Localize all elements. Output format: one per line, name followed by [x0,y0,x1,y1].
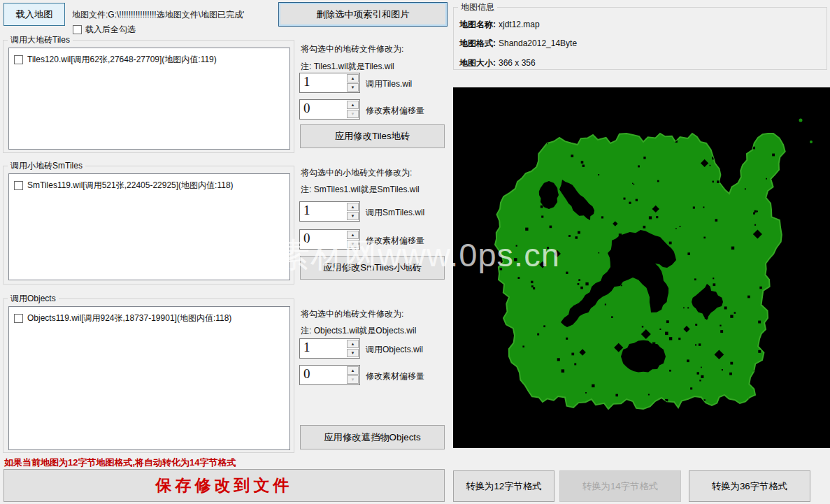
smtiles-call-label: 调用SmTiles.wil [366,207,424,219]
checkbox-unchecked-icon[interactable] [14,55,23,64]
tiles-note: 注: Tiles1.wil就是Tiles.wil [301,61,394,73]
objects-group-title: 调用Objects [8,293,59,305]
objects-offset-input[interactable]: 0 [300,366,346,384]
map-name-row: 地图名称:xjdt12.map [459,19,540,31]
objects-list-item-label: Objects119.wil[调用924张,18737-19901](地图内值:… [27,312,231,324]
map-name-value: xjdt12.map [499,20,540,29]
spin-down-icon[interactable]: ▼ [347,240,359,248]
tiles-offset-input[interactable]: 0 [300,100,346,119]
save-to-file-button[interactable]: 保存修改到文件 [3,469,445,502]
smtiles-call-input[interactable]: 1 [300,202,346,221]
spin-down-icon[interactable]: ▼ [347,212,359,220]
tiles-list-item[interactable]: Tiles120.wil[调用62张,27648-27709](地图内值:119… [9,48,289,66]
smtiles-group-title: 调用小地砖SmTiles [8,160,85,172]
check-all-label: 载入后全勾选 [85,24,136,36]
tiles-groupbox: 调用大地砖Tiles Tiles120.wil[调用62张,27648-2770… [3,40,294,153]
map-file-path-label: 地图文件:G:\!!!!!!!!!!!!!!!!选地图文件\地图已完成' [72,9,278,21]
map-name-label: 地图名称: [459,20,496,29]
format-warning-text: 如果当前地图为12字节地图格式,将自动转化为14字节格式 [4,456,236,469]
checkbox-unchecked-icon[interactable] [14,181,23,190]
checkbox-unchecked-icon[interactable] [73,25,82,34]
objects-modify-header: 将勾选中的地砖文件修改为: [301,308,403,320]
objects-offset-label: 修改素材偏移量 [366,370,424,382]
tiles-call-label: 调用Tiles.wil [366,78,412,90]
smtiles-note: 注: SmTiles1.wil就是SmTiles.wil [301,184,420,196]
tiles-offset-spinner[interactable]: 0 ▲ ▼ [299,99,360,120]
smtiles-call-spinner[interactable]: 1 ▲ ▼ [299,201,360,222]
objects-call-label: 调用Objects.wil [366,344,423,356]
map-size-value: 366 x 356 [499,58,536,68]
objects-offset-spinner[interactable]: 0 ▲ ▼ [299,365,360,385]
spin-down-icon[interactable]: ▼ [347,83,359,92]
tiles-offset-label: 修改素材偏移量 [366,105,424,117]
smtiles-offset-input[interactable]: 0 [300,230,346,249]
objects-call-input[interactable]: 1 [300,339,346,358]
objects-listbox[interactable]: Objects119.wil[调用924张,18737-19901](地图内值:… [8,306,290,450]
map-info-group-title: 地图信息 [458,1,497,13]
load-map-button[interactable]: 载入地图 [3,3,65,26]
convert-14byte-button[interactable]: 转换为14字节格式 [559,470,681,502]
smtiles-listbox[interactable]: SmTiles119.wil[调用521张,22405-22925](地图内值:… [8,173,290,280]
smtiles-list-item[interactable]: SmTiles119.wil[调用521张,22405-22925](地图内值:… [9,174,289,192]
spin-down-icon[interactable]: ▼ [347,110,359,118]
spin-up-icon[interactable]: ▲ [347,74,359,82]
apply-tiles-button[interactable]: 应用修改Tiles地砖 [300,124,445,148]
tiles-listbox[interactable]: Tiles120.wil[调用62张,27648-27709](地图内值:119… [8,48,290,150]
spin-down-icon[interactable]: ▼ [347,375,359,384]
check-all-checkbox-row[interactable]: 载入后全勾选 [73,24,136,36]
map-format-value: Shanda2012_14Byte [499,38,577,48]
objects-list-item[interactable]: Objects119.wil[调用924张,18737-19901](地图内值:… [9,307,289,324]
tiles-group-title: 调用大地砖Tiles [8,34,73,46]
smtiles-offset-label: 修改素材偏移量 [366,235,424,247]
tiles-modify-header: 将勾选中的地砖文件修改为: [301,43,403,55]
spin-up-icon[interactable]: ▲ [347,231,359,239]
tiles-list-item-label: Tiles120.wil[调用62张,27648-27709](地图内值:119… [27,54,217,66]
objects-note: 注: Objects1.wil就是Objects.wil [301,325,416,337]
apply-objects-button[interactable]: 应用修改遮挡物Objects [300,425,445,449]
map-format-row: 地图格式:Shanda2012_14Byte [459,38,577,50]
map-info-groupbox: 地图信息 地图名称:xjdt12.map 地图格式:Shanda2012_14B… [453,7,827,70]
spin-down-icon[interactable]: ▼ [347,349,359,357]
map-format-label: 地图格式: [459,38,496,48]
spin-up-icon[interactable]: ▲ [347,101,359,109]
delete-selected-button[interactable]: 删除选中项索引和图片 [278,2,448,27]
convert-12byte-button[interactable]: 转换为12字节格式 [453,470,554,502]
map-size-row: 地图大小:366 x 356 [459,57,536,69]
smtiles-groupbox: 调用小地砖SmTiles SmTiles119.wil[调用521张,22405… [3,166,294,285]
spin-up-icon[interactable]: ▲ [347,203,359,211]
spin-up-icon[interactable]: ▲ [347,366,359,375]
objects-groupbox: 调用Objects Objects119.wil[调用924张,18737-19… [3,298,294,453]
smtiles-modify-header: 将勾选中的小地砖文件修改为: [301,167,412,179]
smtiles-offset-spinner[interactable]: 0 ▲ ▼ [299,229,360,250]
spin-up-icon[interactable]: ▲ [347,340,359,348]
smtiles-list-item-label: SmTiles119.wil[调用521张,22405-22925](地图内值:… [27,180,234,192]
convert-36byte-button[interactable]: 转换为36字节格式 [689,470,810,502]
objects-call-spinner[interactable]: 1 ▲ ▼ [299,338,360,359]
apply-smtiles-button[interactable]: 应用修改SmTiles小地砖 [300,256,445,280]
tiles-call-input[interactable]: 1 [300,73,346,92]
checkbox-unchecked-icon[interactable] [14,314,23,323]
map-size-label: 地图大小: [459,58,496,68]
map-preview [453,87,830,448]
tiles-call-spinner[interactable]: 1 ▲ ▼ [299,73,360,93]
